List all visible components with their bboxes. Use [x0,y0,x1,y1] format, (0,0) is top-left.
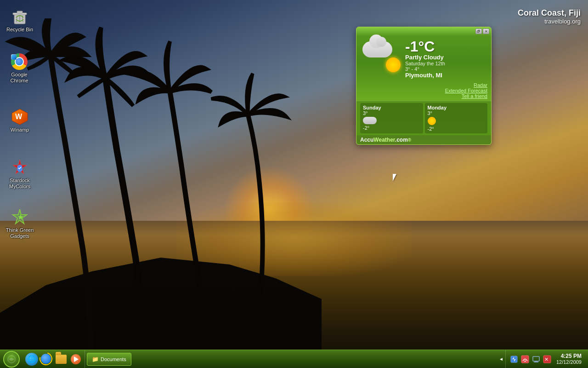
winamp-label: Winamp [4,127,36,133]
tray-expand-area: ◄ [497,356,505,362]
ie-icon [41,354,52,365]
widget-close-btn[interactable]: ✕ [483,29,489,34]
desktop-icon-winamp[interactable]: W Winamp [4,106,36,135]
svg-text:★: ★ [17,213,23,221]
tell-friend-link[interactable]: Tell a friend [462,93,487,99]
condition: Partly Cloudy [405,54,487,61]
documents-taskbar-button[interactable]: 📁 Documents [87,353,131,366]
sunday-icon [363,117,420,124]
desktop-icon-think-green[interactable]: ★ Think Green Gadgets [4,206,36,241]
location: Plymouth, MI [405,72,487,79]
start-button[interactable] [0,350,23,368]
taskbar-middle: 📁 Documents [85,353,497,366]
taskbar-folder-icon[interactable] [54,352,68,366]
palm-trees [0,18,322,368]
tray-icon-back[interactable] [509,355,519,364]
start-orb-inner [3,351,20,368]
stardock-icon [11,158,29,177]
widget-info: -1°C Partly Cloudy Saturday the 12th 3° … [405,39,487,79]
weather-icon [360,39,401,76]
widget-restore-btn[interactable]: 🗗 [475,29,482,34]
monday-icon [428,117,485,125]
forecast-monday: Monday 3° -2° [425,103,488,133]
winamp-icon: W [11,108,29,126]
folder-icon [56,355,67,364]
tray-icon-network[interactable] [520,355,530,364]
svg-rect-2 [17,11,23,13]
svg-text:W: W [15,113,23,121]
tray-icon-volume[interactable]: ✕ [543,355,552,364]
forecast-row: Sunday 3° -2° Monday 3° -2° [356,101,491,135]
clock-time: 4:25 PM [561,353,582,359]
sunday-low: -2° [363,125,420,131]
quick-launch: 🌐 [23,350,85,368]
tray-icon-screen[interactable] [531,355,541,364]
credit-site: travelblog.org [518,18,581,25]
extended-forecast-link[interactable]: Extended Forecast [445,88,487,93]
svg-text:✕: ✕ [544,356,548,362]
sun-icon [386,58,401,72]
cloud-icon [362,41,392,58]
svg-point-15 [524,360,526,362]
widget-links: Radar Extended Forecast Tell a friend [356,82,491,101]
chrome-label: Google Chrome [3,72,35,84]
tray-expand-button[interactable]: ◄ [498,356,504,362]
taskbar: 🌐 📁 [0,350,588,368]
date-text: Saturday the 12th [405,61,487,66]
taskbar-media-icon[interactable] [69,352,83,366]
desktop-icon-stardock[interactable]: Stardock MyColors [4,156,36,191]
accu-brand: AccuWeather.com® [360,137,411,143]
desktop-icon-chrome[interactable]: Google Chrome [3,51,35,86]
widget-footer: AccuWeather.com® [356,135,491,144]
media-icon [71,354,81,364]
play-icon [74,356,79,362]
clock-date: 12/12/2009 [556,359,582,365]
weather-widget: 🗗 ✕ -1°C Partly Cloudy Saturday the 12th… [356,27,492,145]
desktop-icon-recycle-bin[interactable]: Recycle Bin [4,6,36,34]
desktop: Coral Coast, Fiji travelblog.org Recycle… [0,0,588,368]
temp-range: 3° - 4° [405,66,487,72]
taskbar-globe-icon[interactable]: 🌐 [25,352,39,366]
cloud-body [362,41,392,58]
sunday-high: 3° [363,110,420,116]
radar-link[interactable]: Radar [474,82,487,88]
wallpaper-credit: Coral Coast, Fiji travelblog.org [518,8,581,25]
folder-small-icon: 📁 [92,356,99,362]
think-green-icon: ★ [11,208,29,226]
recycle-bin-label: Recycle Bin [4,27,36,33]
taskbar-ie-icon[interactable] [40,352,53,366]
monday-label: Monday [428,105,485,110]
start-area [0,350,23,368]
documents-label: Documents [101,356,126,362]
monday-high: 3° [428,110,485,116]
temperature: -1°C [405,39,487,54]
svg-rect-16 [533,356,539,361]
system-tray: ✕ 4:25 PM 12/12/2009 [505,350,588,368]
credit-location: Coral Coast, Fiji [518,8,581,18]
clock-area[interactable]: 4:25 PM 12/12/2009 [554,353,584,366]
monday-low: -2° [428,126,485,132]
think-green-label: Think Green Gadgets [4,227,36,239]
chrome-icon [10,52,28,71]
stardock-label: Stardock MyColors [4,178,36,190]
sunday-label: Sunday [363,105,420,110]
recycle-bin-icon [11,7,29,26]
globe-icon: 🌐 [25,353,38,366]
forecast-sunday: Sunday 3° -2° [360,103,423,133]
widget-main: -1°C Partly Cloudy Saturday the 12th 3° … [356,35,491,82]
